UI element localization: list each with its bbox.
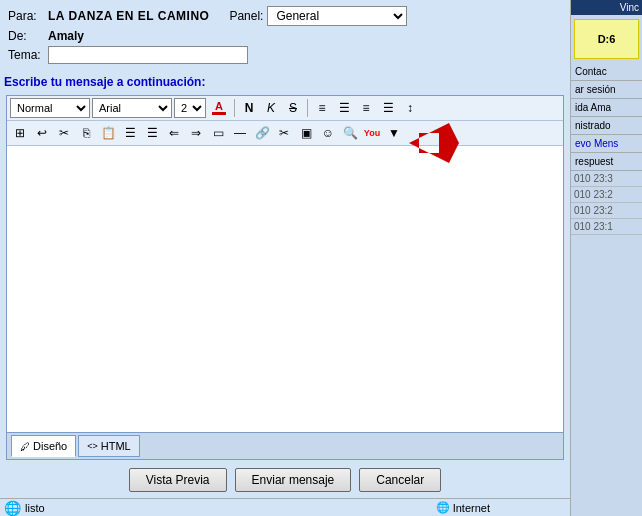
- status-icon: 🌐: [4, 500, 21, 516]
- admin-text: nistrado: [575, 120, 611, 131]
- tab-html[interactable]: <> HTML: [78, 435, 139, 457]
- tema-input[interactable]: [48, 46, 248, 64]
- smiley-button[interactable]: ☺: [318, 123, 338, 143]
- indent-button[interactable]: ⇒: [186, 123, 206, 143]
- align-left-button[interactable]: ≡: [312, 98, 332, 118]
- sidebar-login: ar sesión: [571, 81, 642, 99]
- align-center-button[interactable]: ☰: [334, 98, 354, 118]
- editor-body[interactable]: [7, 146, 563, 432]
- sidebar-sticky-note: D:6: [574, 19, 639, 59]
- cancel-button[interactable]: Cancelar: [359, 468, 441, 492]
- align-justify-button[interactable]: ☰: [378, 98, 398, 118]
- para-value: LA DANZA EN EL CAMINO: [48, 9, 209, 23]
- design-icon: 🖊: [20, 441, 30, 452]
- source-button[interactable]: ⊞: [10, 123, 30, 143]
- header-fields: Para: LA DANZA EN EL CAMINO Panel: Gener…: [0, 0, 570, 71]
- link-button[interactable]: 🔗: [252, 123, 272, 143]
- toolbar-row2: ⊞ ↩ ✂ ⎘ 📋 ☰ ☰ ⇐ ⇒ ▭ — 🔗 ✂ ▣ ☺ 🔍 You ▼: [7, 121, 563, 146]
- tema-row: Tema:: [8, 46, 562, 64]
- bold-button[interactable]: N: [239, 98, 259, 118]
- ul-button[interactable]: ☰: [142, 123, 162, 143]
- de-row: De: Amaly: [8, 29, 562, 43]
- hr-button[interactable]: —: [230, 123, 250, 143]
- internet-label: Internet: [453, 502, 490, 514]
- de-value: Amaly: [48, 29, 84, 43]
- action-buttons-row: Vista Previa Enviar mensaje Cancelar: [0, 462, 570, 498]
- sidebar-msg-3: 010 23:2: [571, 203, 642, 219]
- cut-button[interactable]: ✂: [54, 123, 74, 143]
- font-color-letter: A: [215, 101, 223, 112]
- sidebar-msg-1: 010 23:3: [571, 171, 642, 187]
- html-icon: <>: [87, 441, 98, 451]
- panel-label: Panel:: [229, 9, 263, 23]
- font-select[interactable]: Arial: [92, 98, 172, 118]
- italic-button[interactable]: K: [261, 98, 281, 118]
- align-right-button[interactable]: ≡: [356, 98, 376, 118]
- separator-1: [234, 99, 235, 117]
- paste-button[interactable]: 📋: [98, 123, 118, 143]
- font-color-button[interactable]: A: [208, 98, 230, 118]
- sidebar-reply: respuest: [571, 153, 642, 171]
- sidebar-contact: Contac: [571, 63, 642, 81]
- sidebar-admin: nistrado: [571, 117, 642, 135]
- copy-button[interactable]: ⎘: [76, 123, 96, 143]
- strike-button[interactable]: S: [283, 98, 303, 118]
- sidebar-new-msg[interactable]: evo Mens: [571, 135, 642, 153]
- outdent-button[interactable]: ⇐: [164, 123, 184, 143]
- sidebar-msg-2: 010 23:2: [571, 187, 642, 203]
- sidebar-top: Vinc: [571, 0, 642, 15]
- expand-button[interactable]: ↕: [400, 98, 420, 118]
- status-bar: 🌐 listo 🌐 Internet: [0, 498, 570, 516]
- globe-icon: 🌐: [436, 501, 450, 514]
- size-select[interactable]: 2: [174, 98, 206, 118]
- panel-select[interactable]: General: [267, 6, 407, 26]
- para-label: Para:: [8, 9, 48, 23]
- right-sidebar: Vinc D:6 Contac ar sesión ida Ama nistra…: [570, 0, 642, 516]
- youtube-button[interactable]: You: [362, 123, 382, 143]
- para-row: Para: LA DANZA EN EL CAMINO Panel: Gener…: [8, 6, 562, 26]
- tab-html-label: HTML: [101, 440, 131, 452]
- sidebar-msg-4: 010 23:1: [571, 219, 642, 235]
- send-button[interactable]: Enviar mensaje: [235, 468, 352, 492]
- contact-text: Contac: [575, 66, 607, 77]
- table-button[interactable]: ▭: [208, 123, 228, 143]
- instruction-text: Escribe tu mensaje a continuación:: [0, 71, 570, 93]
- undo-button[interactable]: ↩: [32, 123, 52, 143]
- image-button[interactable]: ▣: [296, 123, 316, 143]
- preview-button[interactable]: Vista Previa: [129, 468, 227, 492]
- style-select[interactable]: Normal: [10, 98, 90, 118]
- internet-status: 🌐 Internet: [436, 501, 490, 514]
- new-msg-text: evo Mens: [575, 138, 618, 149]
- ol-button[interactable]: ☰: [120, 123, 140, 143]
- tema-label: Tema:: [8, 48, 48, 62]
- status-label: listo: [25, 502, 45, 514]
- font-color-bar: [212, 112, 226, 115]
- find-button[interactable]: 🔍: [340, 123, 360, 143]
- editor-container: Normal Arial 2 A N K S ≡ ☰ ≡ ☰ ↕: [6, 95, 564, 460]
- editor-tabs: 🖊 Diseño <> HTML: [7, 432, 563, 459]
- more-button[interactable]: ▼: [384, 123, 404, 143]
- tab-design-label: Diseño: [33, 440, 67, 452]
- separator-2: [307, 99, 308, 117]
- welcome-text: ida Ama: [575, 102, 611, 113]
- reply-text: respuest: [575, 156, 613, 167]
- toolbar-row1: Normal Arial 2 A N K S ≡ ☰ ≡ ☰ ↕: [7, 96, 563, 121]
- de-label: De:: [8, 29, 48, 43]
- unlink-button[interactable]: ✂: [274, 123, 294, 143]
- login-text: ar sesión: [575, 84, 616, 95]
- tab-design[interactable]: 🖊 Diseño: [11, 435, 76, 457]
- sidebar-welcome: ida Ama: [571, 99, 642, 117]
